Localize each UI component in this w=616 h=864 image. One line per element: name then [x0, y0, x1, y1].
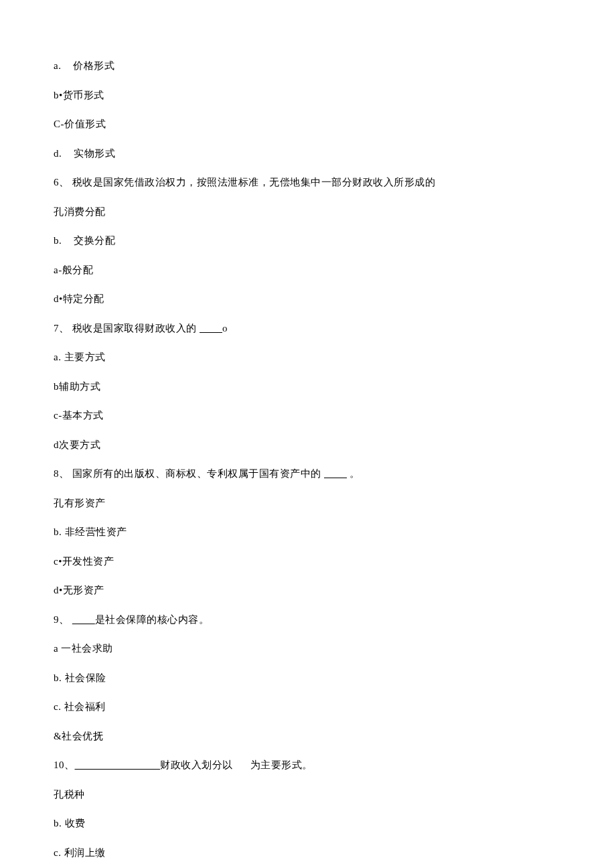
q5-opt-c: C-价值形式	[54, 117, 562, 131]
q7-stem: 7、 税收是国家取得财政收入的 o	[54, 321, 562, 336]
q9-opt-a: a 一社会求助	[54, 642, 562, 656]
q10-opt-c: c. 利润上缴	[54, 846, 562, 860]
text-segment: C-价值形式	[54, 119, 106, 129]
fill-blank	[200, 323, 222, 334]
q8-opt-b: b. 非经营性资产	[54, 525, 562, 539]
text-segment: b. 收费	[54, 818, 86, 829]
q7-opt-c: c-基本方式	[54, 409, 562, 423]
q8-opt-c: c•开发性资产	[54, 555, 562, 569]
text-segment: 价格形式	[73, 60, 114, 71]
text-segment: 孔有形资产	[54, 498, 106, 508]
q10-opt-b: b. 收费	[54, 816, 562, 831]
q8-stem: 8、 国家所有的出版权、商标权、专利权属于国有资产中的 。	[54, 467, 562, 481]
text-segment: 10、	[54, 760, 75, 770]
text-segment: 。	[347, 468, 360, 479]
text-segment: 8、 国家所有的出版权、商标权、专利权属于国有资产中的	[54, 468, 324, 479]
q9-opt-d: &社会优抚	[54, 729, 562, 743]
q6-opt-a: 孔消费分配	[54, 205, 562, 219]
text-segment: 财政收入划分以	[160, 760, 233, 770]
q5-opt-b: b•货币形式	[54, 88, 562, 102]
text-segment: d次要方式	[54, 439, 100, 450]
q5-opt-d: d.实物形式	[54, 147, 562, 161]
q9-opt-c: c. 社会福利	[54, 700, 562, 714]
document-body: a.价格形式b•货币形式C-价值形式d.实物形式6、 税收是国家凭借政治权力，按…	[54, 59, 562, 864]
text-segment: o	[222, 323, 228, 334]
text-segment: b.	[54, 235, 62, 246]
text-segment: d•特定分配	[54, 293, 104, 304]
text-segment: 孔税种	[54, 789, 85, 800]
q7-opt-b: b辅助方式	[54, 380, 562, 394]
text-segment: 7、 税收是国家取得财政收入的	[54, 323, 200, 334]
text-segment: 为主要形式。	[250, 760, 313, 770]
q6-opt-b: b.交换分配	[54, 234, 562, 248]
text-segment: a. 主要方式	[54, 352, 106, 362]
text-segment: c. 利润上缴	[54, 847, 106, 858]
text-segment: c•开发性资产	[54, 556, 114, 567]
text-segment: a 一社会求助	[54, 643, 113, 654]
q7-opt-d: d次要方式	[54, 438, 562, 452]
q9-opt-b: b. 社会保险	[54, 671, 562, 685]
q7-opt-a: a. 主要方式	[54, 350, 562, 364]
q10-stem: 10、 财政收入划分以为主要形式。	[54, 758, 562, 772]
text-segment: d•无形资产	[54, 585, 104, 595]
text-segment: &社会优抚	[54, 731, 103, 741]
text-segment: 交换分配	[74, 235, 115, 246]
text-segment: 实物形式	[74, 148, 115, 159]
text-segment: 6、 税收是国家凭借政治权力，按照法泄标准，无偿地集中一部分财政收入所形成的	[54, 177, 435, 188]
q10-opt-a: 孔税种	[54, 788, 562, 802]
fill-blank	[324, 468, 347, 479]
q9-stem: 9、 是社会保障的核心内容。	[54, 613, 562, 627]
text-segment: b. 非经营性资产	[54, 526, 127, 537]
text-segment: c. 社会福利	[54, 701, 106, 712]
text-segment: 孔消费分配	[54, 206, 106, 217]
text-segment: 是社会保障的核心内容。	[95, 614, 210, 625]
text-segment: d.	[54, 148, 62, 159]
q8-opt-d: d•无形资产	[54, 583, 562, 597]
text-segment: b. 社会保险	[54, 672, 106, 683]
text-segment: c-基本方式	[54, 410, 104, 421]
fill-blank	[72, 614, 95, 625]
text-segment: b•货币形式	[54, 90, 104, 100]
q6-opt-c: a-般分配	[54, 263, 562, 277]
text-segment: a.	[54, 60, 61, 71]
text-segment: 9、	[54, 614, 72, 625]
text-segment: a-般分配	[54, 265, 93, 275]
text-segment: b辅助方式	[54, 381, 100, 392]
q6-stem: 6、 税收是国家凭借政治权力，按照法泄标准，无偿地集中一部分财政收入所形成的	[54, 175, 562, 190]
q5-opt-a: a.价格形式	[54, 59, 562, 73]
q6-opt-d: d•特定分配	[54, 292, 562, 306]
fill-blank	[75, 760, 161, 770]
q8-opt-a: 孔有形资产	[54, 496, 562, 510]
